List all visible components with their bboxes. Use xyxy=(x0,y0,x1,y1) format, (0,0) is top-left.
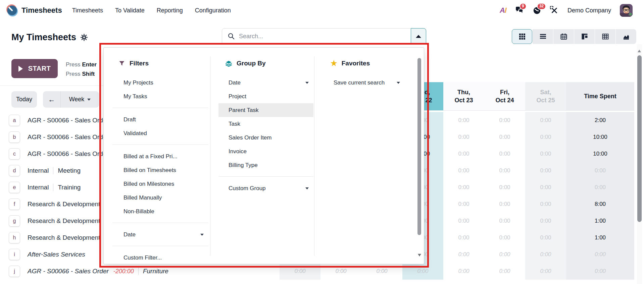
time-cell[interactable]: 0:00 xyxy=(443,162,484,179)
scrollbar-thumb[interactable] xyxy=(637,55,642,222)
scroll-down-arrow[interactable] xyxy=(418,254,421,257)
timesheet-row-j[interactable]: jAGR - S00066 - Sales Order-200:00Furnit… xyxy=(0,263,280,280)
start-timer-button[interactable]: START xyxy=(11,59,58,78)
view-switch-kanban[interactable] xyxy=(574,29,595,44)
group-by-list: DateProjectParent TaskTaskSales Order It… xyxy=(218,76,313,195)
filter-item-validated[interactable]: Validated xyxy=(112,126,208,140)
time-cell[interactable]: 0:00 xyxy=(525,196,566,213)
time-cell[interactable]: 0:00 xyxy=(402,263,443,280)
group-by-item-invoice[interactable]: Invoice xyxy=(218,145,313,158)
time-cell[interactable]: 0:00 xyxy=(525,146,566,162)
ai-icon[interactable]: AI xyxy=(500,6,506,15)
time-cell[interactable]: 0:00 xyxy=(443,229,484,246)
scroll-up-arrow[interactable] xyxy=(638,50,641,52)
nav-item-timesheets[interactable]: Timesheets xyxy=(72,7,103,14)
time-cell[interactable]: 0:00 xyxy=(484,229,525,246)
grid-view-icon xyxy=(518,33,526,40)
time-cell[interactable]: 0:00 xyxy=(484,196,525,213)
today-button[interactable]: Today xyxy=(11,91,37,108)
activities-clock-icon[interactable]: 32 xyxy=(533,6,541,15)
graph-view-icon xyxy=(623,33,630,40)
group-by-item-billing-type[interactable]: Billing Type xyxy=(218,158,313,172)
scrollbar-thumb[interactable] xyxy=(417,58,421,235)
filter-item-date[interactable]: Date xyxy=(112,228,208,241)
time-cell[interactable]: 0:00 xyxy=(525,229,566,246)
view-switch-grid[interactable] xyxy=(512,29,532,44)
search-input[interactable] xyxy=(239,33,411,40)
filter-item-non-billable[interactable]: Non-Billable xyxy=(112,205,208,218)
time-cell[interactable]: 0:00 xyxy=(280,263,320,280)
dropdown-scrollbar[interactable] xyxy=(417,52,422,260)
time-cell[interactable]: 0:00 xyxy=(443,179,484,196)
time-spent-total: 1:00 xyxy=(566,213,634,229)
time-cell[interactable]: 0:00 xyxy=(525,129,566,146)
time-cell[interactable]: 0:00 xyxy=(443,146,484,162)
nav-item-to-validate[interactable]: To Validate xyxy=(115,7,145,14)
time-cell[interactable]: 0:00 xyxy=(443,129,484,146)
time-cell[interactable]: 0:00 xyxy=(525,112,566,129)
group-by-item-parent-task[interactable]: Parent Task xyxy=(218,103,313,117)
filter-item-draft[interactable]: Draft xyxy=(112,113,208,126)
filter-item-billed-manually[interactable]: Billed Manually xyxy=(112,191,208,205)
search-bar[interactable] xyxy=(222,28,426,44)
range-selector[interactable]: Week xyxy=(61,96,99,103)
filter-item-billed-on-timesheets[interactable]: Billed on Timesheets xyxy=(112,163,208,177)
time-spent-total: 0:00 xyxy=(566,179,634,196)
user-avatar[interactable]: ✈ xyxy=(620,4,633,17)
menu-item-label: Draft xyxy=(123,116,136,123)
view-switch-graph[interactable] xyxy=(616,29,636,44)
time-cell[interactable]: 0:00 xyxy=(484,112,525,129)
group-by-item-date[interactable]: Date xyxy=(218,76,313,90)
time-spent-total: 10:00 xyxy=(566,129,634,146)
time-cell[interactable]: 0:00 xyxy=(525,179,566,196)
menu-item-label: Date xyxy=(229,79,241,86)
nav-item-configuration[interactable]: Configuration xyxy=(195,7,231,14)
view-switch-pivot[interactable] xyxy=(595,29,615,44)
time-cell[interactable]: 0:00 xyxy=(443,263,484,280)
divider xyxy=(218,176,313,177)
gear-icon[interactable] xyxy=(80,34,88,41)
view-switch-list[interactable] xyxy=(533,29,553,44)
filter-item-my-tasks[interactable]: My Tasks xyxy=(112,90,208,103)
previous-arrow-button[interactable]: ← xyxy=(43,96,60,104)
filter-item-custom-filter[interactable]: Custom Filter... xyxy=(112,251,208,265)
group-by-item-project[interactable]: Project xyxy=(218,90,313,103)
time-cell[interactable]: 0:00 xyxy=(484,246,525,263)
app-title: Timesheets xyxy=(21,6,62,15)
time-cell[interactable]: 0:00 xyxy=(320,263,361,280)
company-switcher[interactable]: Demo Company xyxy=(567,7,611,14)
group-by-item-sales-order-item[interactable]: Sales Order Item xyxy=(218,131,313,145)
time-cell[interactable]: 0:00 xyxy=(443,246,484,263)
row-title: Research & Development xyxy=(28,217,100,225)
group-by-item-task[interactable]: Task xyxy=(218,117,313,131)
messages-icon[interactable]: 9 xyxy=(515,6,524,15)
time-cell[interactable]: 0:00 xyxy=(484,179,525,196)
menu-item-label: Non-Billable xyxy=(123,208,154,215)
time-cell[interactable]: 0:00 xyxy=(525,263,566,280)
day-column-header-oct-25: Sat,Oct 25 xyxy=(525,82,566,111)
filter-item-billed-on-milestones[interactable]: Billed on Milestones xyxy=(112,177,208,191)
time-cell[interactable]: 0:00 xyxy=(525,213,566,229)
time-cell[interactable]: 0:00 xyxy=(525,162,566,179)
favorite-item-save-current-search[interactable]: Save current search xyxy=(331,76,405,90)
group-by-item-custom-group[interactable]: Custom Group xyxy=(218,181,313,195)
time-cell[interactable]: 0:00 xyxy=(443,112,484,129)
time-spent-total: 0:00 xyxy=(566,246,634,263)
view-switch-calendar[interactable] xyxy=(553,29,574,44)
time-cell[interactable]: 0:00 xyxy=(484,162,525,179)
time-cell[interactable]: 0:00 xyxy=(484,129,525,146)
search-options-toggle[interactable] xyxy=(411,28,426,44)
time-cell[interactable]: 0:00 xyxy=(443,213,484,229)
tools-icon[interactable] xyxy=(550,6,559,15)
time-cell[interactable]: 0:00 xyxy=(484,213,525,229)
time-cell[interactable]: 0:00 xyxy=(484,146,525,162)
filter-item-my-projects[interactable]: My Projects xyxy=(112,76,208,90)
page-scrollbar[interactable] xyxy=(637,44,642,284)
row-shortcut-key: d xyxy=(9,165,20,176)
time-cell[interactable]: 0:00 xyxy=(361,263,402,280)
filter-item-billed-at-a-fixed-pri[interactable]: Billed at a Fixed Pri... xyxy=(112,150,208,163)
time-cell[interactable]: 0:00 xyxy=(525,246,566,263)
nav-item-reporting[interactable]: Reporting xyxy=(157,7,183,14)
time-cell[interactable]: 0:00 xyxy=(484,263,525,280)
time-cell[interactable]: 0:00 xyxy=(443,196,484,213)
